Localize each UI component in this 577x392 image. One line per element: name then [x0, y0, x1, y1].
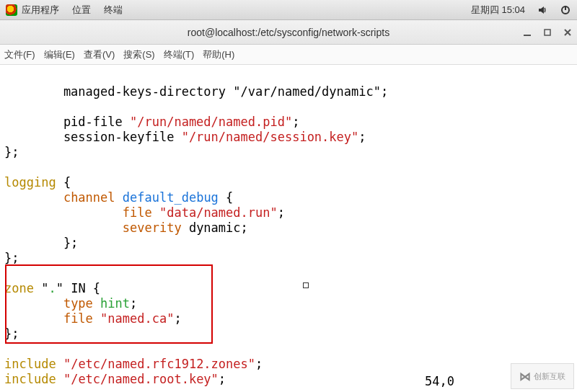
code-line: include "/etc/named.root.key";: [4, 372, 226, 386]
distro-icon: [6, 4, 17, 16]
volume-icon[interactable]: [537, 4, 548, 16]
menu-view[interactable]: 查看(V): [84, 48, 115, 61]
code-line: session-keyfile "/run/named/session.key"…: [4, 130, 366, 144]
code-line: zone "." IN {: [4, 281, 100, 295]
menu-edit[interactable]: 编辑(E): [44, 48, 75, 61]
code-line: file "data/named.run";: [4, 205, 285, 220]
code-line: include "/etc/named.rfc1912.zones";: [4, 357, 263, 371]
window-title: root@localhost:/etc/sysconfig/network-sc…: [188, 27, 389, 38]
power-icon[interactable]: [560, 4, 571, 16]
vim-position-indicator: 54,0: [425, 374, 454, 389]
code-line: pid-file "/run/named/named.pid";: [4, 115, 299, 129]
menu-file[interactable]: 文件(F): [4, 48, 35, 61]
code-line: channel default_debug {: [4, 190, 233, 205]
svg-rect-3: [545, 30, 550, 35]
code-line: };: [4, 145, 19, 159]
terminal-content[interactable]: managed-keys-directory "/var/named/dynam…: [0, 65, 577, 392]
window-titlebar[interactable]: root@localhost:/etc/sysconfig/network-sc…: [0, 20, 577, 45]
maximize-button[interactable]: [542, 27, 552, 37]
code-line: logging {: [4, 175, 71, 190]
code-line: };: [4, 251, 19, 265]
minimize-button[interactable]: [522, 27, 532, 37]
code-line: type hint;: [4, 296, 137, 311]
code-line: file "named.ca";: [4, 311, 182, 326]
close-button[interactable]: [563, 27, 573, 37]
code-line: };: [4, 326, 19, 341]
code-line: managed-keys-directory "/var/named/dynam…: [4, 84, 388, 99]
svg-rect-1: [565, 6, 566, 10]
panel-applications[interactable]: 应用程序: [22, 4, 59, 17]
panel-datetime[interactable]: 星期四 15:04: [471, 4, 525, 17]
watermark-text: 创新互联: [534, 371, 565, 382]
panel-places[interactable]: 位置: [72, 4, 91, 17]
menu-terminal[interactable]: 终端(T): [164, 48, 195, 61]
app-menubar: 文件(F) 编辑(E) 查看(V) 搜索(S) 终端(T) 帮助(H): [0, 45, 577, 65]
watermark-logo-icon: ⋈: [519, 370, 531, 383]
code-line: };: [4, 236, 78, 250]
cursor-placeholder-icon: [303, 282, 309, 288]
svg-rect-2: [524, 35, 531, 36]
gnome-top-panel: 应用程序 位置 终端 星期四 15:04: [0, 0, 577, 20]
panel-terminal[interactable]: 终端: [104, 4, 123, 17]
watermark-badge: ⋈ 创新互联: [511, 363, 574, 389]
menu-help[interactable]: 帮助(H): [203, 48, 234, 61]
code-line: severity dynamic;: [4, 220, 248, 235]
menu-search[interactable]: 搜索(S): [123, 48, 154, 61]
